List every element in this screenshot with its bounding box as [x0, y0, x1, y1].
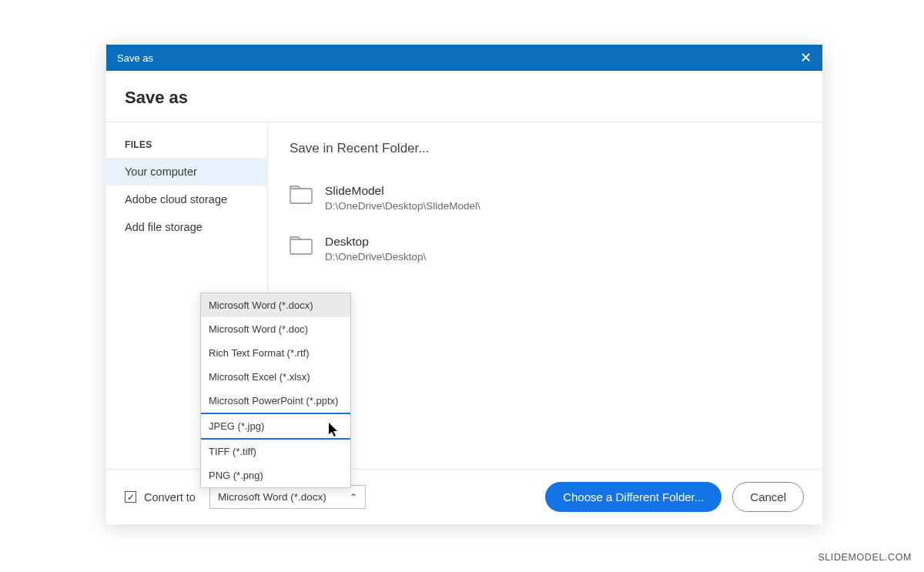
dropdown-item-pptx[interactable]: Microsoft PowerPoint (*.pptx) — [201, 389, 350, 413]
dropdown-item-doc[interactable]: Microsoft Word (*.doc) — [201, 317, 350, 341]
sidebar-item-label: Your computer — [125, 166, 197, 178]
format-selected-value: Microsoft Word (*.docx) — [218, 491, 326, 503]
close-icon[interactable]: ✕ — [800, 49, 812, 66]
choose-folder-button[interactable]: Choose a Different Folder... — [545, 482, 721, 512]
footer-buttons: Choose a Different Folder... Cancel — [545, 482, 804, 512]
dropdown-item-rtf[interactable]: Rich Text Format (*.rtf) — [201, 341, 350, 365]
sidebar-item-label: Adobe cloud storage — [125, 193, 227, 206]
choose-folder-label: Choose a Different Folder... — [563, 490, 704, 503]
convert-label: Convert to — [144, 491, 196, 503]
folder-row[interactable]: Desktop D:\OneDrive\Desktop\ — [290, 235, 801, 263]
watermark: SLIDEMODEL.COM — [818, 552, 912, 563]
dialog-header: Save as — [106, 71, 822, 122]
page-title: Save as — [125, 88, 188, 107]
sidebar-item-add-storage[interactable]: Add file storage — [106, 213, 267, 241]
main-panel: Save in Recent Folder... SlideModel D:\O… — [268, 122, 822, 469]
chevron-up-icon: ⌃ — [350, 492, 357, 503]
titlebar-title: Save as — [117, 52, 153, 64]
sidebar-item-adobe-cloud[interactable]: Adobe cloud storage — [106, 186, 267, 213]
sidebar-heading: FILES — [106, 139, 267, 158]
svg-rect-1 — [290, 239, 312, 254]
folder-icon — [290, 236, 313, 255]
folder-row[interactable]: SlideModel D:\OneDrive\Desktop\SlideMode… — [290, 184, 801, 212]
folder-name: SlideModel — [325, 184, 480, 198]
folder-path: D:\OneDrive\Desktop\SlideModel\ — [325, 200, 480, 212]
dropdown-item-png[interactable]: PNG (*.png) — [201, 463, 350, 487]
sidebar-item-your-computer[interactable]: Your computer — [106, 158, 267, 186]
cancel-button[interactable]: Cancel — [732, 482, 804, 512]
dropdown-item-tiff[interactable]: TIFF (*.tiff) — [201, 440, 350, 463]
svg-rect-0 — [290, 189, 312, 203]
sidebar-item-label: Add file storage — [125, 221, 203, 233]
folder-name: Desktop — [325, 235, 426, 249]
format-dropdown: Microsoft Word (*.docx) Microsoft Word (… — [200, 293, 351, 488]
convert-to-group: ✓ Convert to Microsoft Word (*.docx) ⌃ — [125, 485, 366, 509]
dropdown-item-docx[interactable]: Microsoft Word (*.docx) — [201, 293, 350, 317]
format-select[interactable]: Microsoft Word (*.docx) ⌃ — [209, 485, 366, 509]
folder-path: D:\OneDrive\Desktop\ — [325, 251, 426, 263]
cancel-label: Cancel — [750, 490, 786, 503]
folder-text: Desktop D:\OneDrive\Desktop\ — [325, 235, 426, 263]
dropdown-item-jpg[interactable]: JPEG (*.jpg) — [201, 413, 350, 440]
convert-checkbox[interactable]: ✓ — [125, 491, 136, 503]
folder-icon — [290, 186, 313, 204]
folder-text: SlideModel D:\OneDrive\Desktop\SlideMode… — [325, 184, 480, 212]
titlebar: Save as ✕ — [106, 45, 822, 71]
recent-folder-title: Save in Recent Folder... — [290, 141, 801, 156]
dropdown-item-xlsx[interactable]: Microsoft Excel (*.xlsx) — [201, 365, 350, 389]
